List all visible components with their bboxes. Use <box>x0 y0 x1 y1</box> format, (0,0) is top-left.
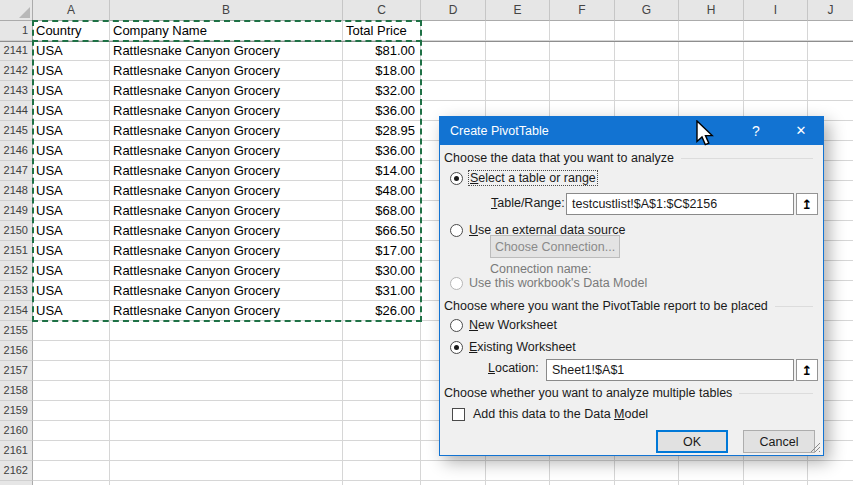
grid-cell[interactable]: $30.00 <box>343 261 421 281</box>
grid-cell[interactable] <box>679 21 744 41</box>
row-header-2146[interactable]: 2146 <box>0 141 33 161</box>
row-header-2142[interactable]: 2142 <box>0 61 33 81</box>
row-header-2159[interactable]: 2159 <box>0 401 33 421</box>
grid-cell[interactable]: USA <box>33 101 110 121</box>
grid-cell[interactable] <box>808 21 853 41</box>
grid-cell[interactable]: $31.00 <box>343 281 421 301</box>
grid-cell[interactable] <box>33 401 110 421</box>
row-header-2148[interactable]: 2148 <box>0 181 33 201</box>
grid-cell[interactable]: USA <box>33 121 110 141</box>
grid-cell[interactable] <box>550 81 615 101</box>
grid-cell[interactable]: Rattlesnake Canyon Grocery <box>110 281 343 301</box>
column-header-I[interactable]: I <box>744 0 808 21</box>
row-header-2145[interactable]: 2145 <box>0 121 33 141</box>
grid-cell[interactable] <box>550 481 615 485</box>
grid-cell[interactable]: Rattlesnake Canyon Grocery <box>110 121 343 141</box>
grid-cell[interactable] <box>486 461 550 481</box>
row-header-2141[interactable]: 2141 <box>0 41 33 61</box>
radio-existing-worksheet-label[interactable]: Existing Worksheet <box>469 340 576 354</box>
grid-cell[interactable] <box>110 361 343 381</box>
radio-external-source[interactable] <box>450 224 463 237</box>
grid-cell[interactable] <box>615 481 679 485</box>
row-header-2157[interactable]: 2157 <box>0 361 33 381</box>
grid-cell[interactable] <box>343 481 421 485</box>
grid-cell[interactable] <box>744 61 808 81</box>
grid-cell[interactable]: USA <box>33 61 110 81</box>
radio-select-table-range-label[interactable]: Select a table or range <box>469 171 597 185</box>
grid-cell[interactable]: $32.00 <box>343 81 421 101</box>
column-header-H[interactable]: H <box>679 0 744 21</box>
grid-cell[interactable] <box>679 61 744 81</box>
grid-cell[interactable]: USA <box>33 41 110 61</box>
grid-cell[interactable] <box>744 41 808 61</box>
grid-cell[interactable] <box>486 481 550 485</box>
grid-cell[interactable]: Rattlesnake Canyon Grocery <box>110 161 343 181</box>
grid-cell[interactable] <box>421 81 486 101</box>
grid-cell[interactable] <box>33 461 110 481</box>
row-header-2143[interactable]: 2143 <box>0 81 33 101</box>
grid-cell[interactable] <box>110 441 343 461</box>
grid-cell[interactable] <box>615 81 679 101</box>
grid-cell[interactable]: $81.00 <box>343 41 421 61</box>
grid-cell[interactable]: Rattlesnake Canyon Grocery <box>110 141 343 161</box>
grid-cell[interactable] <box>343 441 421 461</box>
grid-cell[interactable]: Country <box>33 21 110 41</box>
grid-cell[interactable]: Rattlesnake Canyon Grocery <box>110 41 343 61</box>
column-header-C[interactable]: C <box>343 0 421 21</box>
row-header-1[interactable]: 1 <box>0 21 33 41</box>
radio-new-worksheet[interactable] <box>450 319 463 332</box>
grid-cell[interactable] <box>343 461 421 481</box>
grid-cell[interactable] <box>808 461 853 481</box>
grid-cell[interactable]: $36.00 <box>343 141 421 161</box>
grid-cell[interactable] <box>33 381 110 401</box>
choose-connection-button[interactable]: Choose Connection... <box>490 235 620 258</box>
row-header-2150[interactable]: 2150 <box>0 221 33 241</box>
grid-cell[interactable]: USA <box>33 281 110 301</box>
grid-cell[interactable]: Rattlesnake Canyon Grocery <box>110 81 343 101</box>
grid-cell[interactable]: Rattlesnake Canyon Grocery <box>110 301 343 321</box>
grid-cell[interactable]: $18.00 <box>343 61 421 81</box>
row-header-2149[interactable]: 2149 <box>0 201 33 221</box>
grid-cell[interactable]: USA <box>33 221 110 241</box>
row-header-2155[interactable]: 2155 <box>0 321 33 341</box>
grid-cell[interactable] <box>550 21 615 41</box>
grid-cell[interactable]: $66.50 <box>343 221 421 241</box>
table-range-selector-button[interactable]: ↥ <box>796 193 818 215</box>
grid-cell[interactable] <box>110 381 343 401</box>
grid-cell[interactable] <box>33 361 110 381</box>
grid-cell[interactable] <box>744 81 808 101</box>
grid-cell[interactable] <box>744 481 808 485</box>
grid-cell[interactable] <box>421 461 486 481</box>
grid-cell[interactable] <box>110 401 343 421</box>
row-header-2153[interactable]: 2153 <box>0 281 33 301</box>
grid-cell[interactable]: USA <box>33 301 110 321</box>
column-header-J[interactable]: J <box>808 0 853 21</box>
grid-cell[interactable] <box>33 341 110 361</box>
grid-cell[interactable] <box>550 461 615 481</box>
row-header-2147[interactable]: 2147 <box>0 161 33 181</box>
grid-cell[interactable] <box>615 41 679 61</box>
table-range-input[interactable] <box>566 193 794 215</box>
column-header-D[interactable]: D <box>421 0 486 21</box>
grid-cell[interactable]: USA <box>33 241 110 261</box>
grid-cell[interactable] <box>550 41 615 61</box>
grid-cell[interactable] <box>110 481 343 485</box>
grid-cell[interactable] <box>744 461 808 481</box>
grid-cell[interactable] <box>679 481 744 485</box>
grid-cell[interactable]: Rattlesnake Canyon Grocery <box>110 241 343 261</box>
grid-cell[interactable]: $28.95 <box>343 121 421 141</box>
column-header-A[interactable]: A <box>33 0 110 21</box>
radio-existing-worksheet[interactable] <box>450 341 463 354</box>
row-header-2161[interactable]: 2161 <box>0 441 33 461</box>
grid-cell[interactable] <box>744 21 808 41</box>
grid-cell[interactable] <box>550 61 615 81</box>
row-header-2158[interactable]: 2158 <box>0 381 33 401</box>
grid-cell[interactable] <box>486 61 550 81</box>
add-to-data-model-checkbox[interactable] <box>452 408 465 421</box>
grid-cell[interactable]: USA <box>33 201 110 221</box>
grid-cell[interactable] <box>110 341 343 361</box>
grid-cell[interactable]: $17.00 <box>343 241 421 261</box>
location-input[interactable] <box>546 359 794 381</box>
grid-cell[interactable] <box>808 41 853 61</box>
help-icon[interactable]: ? <box>742 117 770 145</box>
